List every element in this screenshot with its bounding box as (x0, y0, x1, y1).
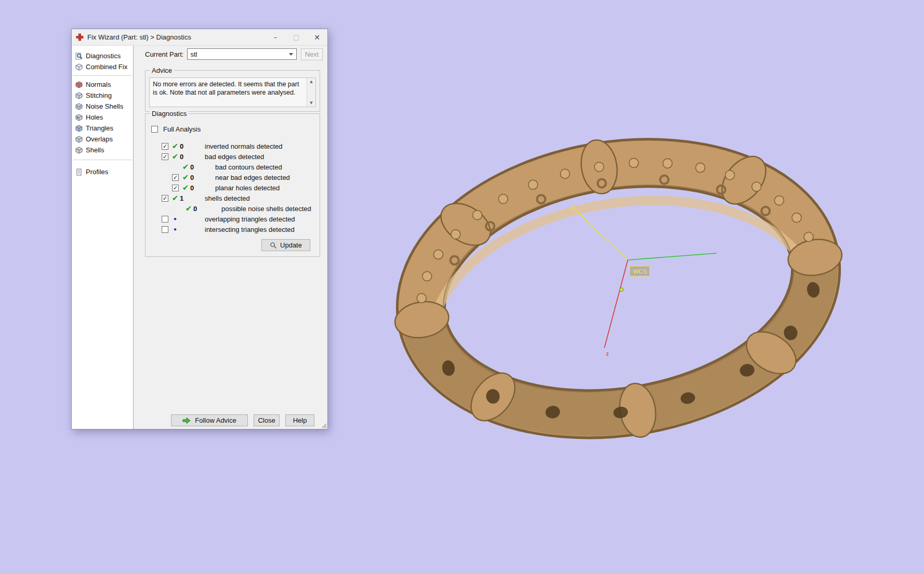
sidebar-item-triangles[interactable]: Triangles (72, 123, 133, 134)
close-dialog-button[interactable]: Close (254, 414, 280, 426)
minimize-button[interactable]: – (265, 29, 286, 45)
sidebar-item-diagnostics[interactable]: Diagnostics (72, 50, 133, 61)
sidebar-item-label: Normals (86, 81, 111, 88)
sidebar-item-label: Combined Fix (86, 63, 127, 71)
sidebar-item-combined-fix[interactable]: Combined Fix (72, 61, 133, 72)
checkbox[interactable]: ✓ (162, 143, 168, 150)
diagnostic-row: ✔ 0 possible noise shells detected (146, 203, 320, 214)
count-value: 0 (190, 184, 197, 192)
checkbox[interactable]: ✓ (172, 185, 179, 191)
sidebar-item-overlaps[interactable]: Overlaps (72, 134, 133, 145)
scroll-down-icon[interactable]: ▼ (307, 99, 315, 107)
sidebar-item-noise-shells[interactable]: Noise Shells (72, 101, 133, 112)
count-value: 0 (193, 205, 201, 213)
cube-icon (75, 147, 83, 154)
checkbox[interactable]: ✓ (172, 174, 179, 181)
checkbox[interactable]: ✓ (162, 153, 168, 160)
cube-icon (75, 103, 83, 110)
green-check-icon: ✔ (184, 204, 193, 213)
green-arrow-icon (182, 417, 191, 424)
cube-icon (75, 114, 83, 121)
diagnostic-row: ✓ ✔ 0 bad edges detected (146, 151, 320, 162)
z-axis-label: z (606, 350, 609, 357)
fix-wizard-window: Fix Wizard (Part: stl) > Diagnostics – □… (71, 29, 328, 429)
advice-group-label: Advice (150, 67, 174, 74)
full-analysis-checkbox[interactable] (151, 126, 158, 133)
origin-marker (620, 288, 624, 292)
blue-dot-icon: • (170, 226, 180, 233)
chevron-down-icon (289, 53, 293, 56)
next-button[interactable]: Next (301, 48, 323, 60)
diagnostic-row: • overlapping triangles detected (146, 214, 320, 224)
z-axis-line (604, 260, 628, 348)
count-value: 0 (180, 142, 187, 150)
advice-text: No more errors are detected. It seems th… (150, 78, 307, 107)
y-axis-line (572, 207, 628, 260)
sidebar-item-stitching[interactable]: Stitching (72, 90, 133, 101)
count-value: 1 (180, 194, 187, 202)
window-title: Fix Wizard (Part: stl) > Diagnostics (87, 33, 265, 41)
document-icon (75, 168, 83, 176)
sidebar-item-normals[interactable]: Normals (72, 79, 133, 90)
diagnostic-label: inverted normals detected (205, 142, 283, 150)
advice-text-box: No more errors are detected. It seems th… (149, 77, 316, 107)
current-part-dropdown[interactable]: stl (187, 48, 297, 60)
diagnostic-row: ✔ 0 bad contours detected (146, 162, 320, 172)
advice-scrollbar[interactable]: ▲ ▼ (307, 78, 315, 107)
magnifier-icon (270, 242, 277, 249)
checkbox[interactable] (162, 226, 168, 233)
follow-advice-button[interactable]: Follow Advice (171, 414, 248, 426)
fix-wizard-sidebar: Diagnostics Combined Fix Normals (72, 46, 134, 429)
maximize-button: □ (286, 29, 307, 45)
sidebar-item-label: Stitching (86, 92, 112, 99)
diagnostic-label: planar holes detected (215, 184, 280, 192)
green-check-icon: ✔ (170, 152, 180, 161)
resize-grip[interactable] (320, 422, 327, 428)
wcs-label: WCS (633, 268, 647, 275)
cube-icon (75, 92, 83, 99)
green-check-icon: ✔ (170, 141, 180, 151)
blue-dot-icon: • (170, 215, 180, 223)
sidebar-item-holes[interactable]: Holes (72, 112, 133, 123)
green-check-icon: ✔ (170, 193, 180, 203)
diagnostics-group: Diagnostics Full Analysis ✓ ✔ 0 inverted… (145, 113, 320, 257)
count-value: 0 (180, 153, 187, 161)
follow-advice-label: Follow Advice (195, 416, 236, 424)
sidebar-item-label: Shells (86, 146, 104, 154)
sidebar-item-label: Overlaps (86, 135, 113, 143)
close-window-button[interactable]: ✕ (307, 29, 327, 45)
sidebar-item-label: Holes (86, 113, 103, 121)
x-axis-line (628, 253, 717, 260)
green-check-icon: ✔ (181, 162, 190, 172)
sidebar-item-profiles[interactable]: Profiles (72, 166, 133, 177)
diagnostics-group-label: Diagnostics (150, 110, 189, 118)
cube-icon (75, 63, 83, 71)
current-part-value: stl (190, 50, 197, 58)
diagnostic-label: possible noise shells detected (221, 205, 311, 213)
diagnostic-label: near bad edges detected (215, 174, 290, 181)
cube-icon (75, 136, 83, 143)
checkbox[interactable]: ✓ (162, 195, 168, 202)
diagnostic-row: ✓ ✔ 0 near bad edges detected (146, 172, 320, 182)
window-titlebar[interactable]: Fix Wizard (Part: stl) > Diagnostics – □… (72, 29, 327, 46)
sidebar-item-label: Noise Shells (86, 102, 123, 110)
update-button[interactable]: Update (261, 239, 310, 251)
sidebar-item-label: Diagnostics (86, 52, 121, 60)
diagnostic-label: overlapping triangles detected (205, 215, 295, 223)
sidebar-separator (73, 160, 132, 160)
wcs-axes: z WCS (570, 204, 717, 357)
diagnostic-label: bad edges detected (205, 153, 264, 161)
checkbox[interactable] (162, 216, 168, 223)
sidebar-item-shells[interactable]: Shells (72, 145, 133, 155)
full-analysis-label: Full Analysis (163, 125, 201, 133)
sidebar-separator (73, 75, 132, 76)
help-button[interactable]: Help (285, 414, 314, 426)
green-check-icon: ✔ (181, 173, 190, 182)
update-button-label: Update (280, 241, 302, 249)
green-check-icon: ✔ (181, 183, 190, 192)
diagnostic-row: ✓ ✔ 1 shells detected (146, 193, 320, 203)
current-part-label: Current Part: (145, 50, 183, 58)
count-value: 0 (190, 163, 197, 171)
scroll-up-icon[interactable]: ▲ (307, 78, 315, 85)
magnifier-icon (75, 53, 83, 60)
